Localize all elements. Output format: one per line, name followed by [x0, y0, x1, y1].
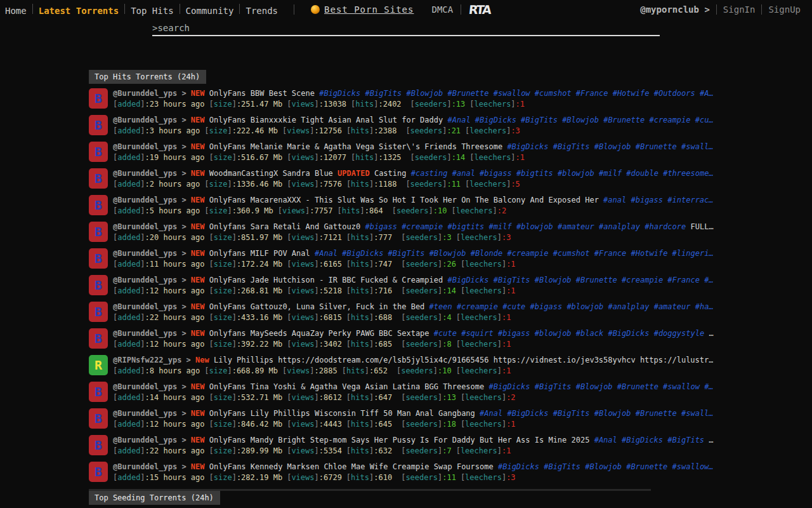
user-avatar[interactable]: B — [89, 248, 108, 269]
tag-link[interactable]: #cu… — [695, 116, 714, 124]
user-avatar[interactable]: B — [89, 168, 108, 189]
uploader-name[interactable]: @Burunddel_yps — [113, 462, 177, 471]
tag-link[interactable]: #anal — [603, 196, 626, 204]
tag-link[interactable]: #swallow… — [672, 462, 714, 471]
tag-link[interactable]: #bigass — [530, 302, 563, 311]
tag-link[interactable]: #… — [704, 276, 713, 284]
tag-link[interactable]: #Hotwife — [613, 89, 650, 98]
tag-link[interactable]: #Brunette — [617, 382, 658, 391]
tag-link[interactable]: #amateur — [558, 222, 594, 231]
tag-link[interactable]: #BigDicks — [608, 329, 649, 338]
tag-link[interactable]: #BigDicks — [489, 382, 530, 391]
tag-link[interactable]: #BigTits — [535, 382, 572, 391]
torrent-title[interactable]: Onlyfans MILF POV Anal — [209, 249, 310, 258]
tag-link[interactable]: #BigDicks — [622, 436, 663, 444]
tag-link[interactable]: #analplay — [608, 302, 649, 311]
tag-link[interactable]: #swall… — [681, 142, 714, 151]
tag-link[interactable]: #BigDicks — [507, 409, 548, 418]
tag-link[interactable]: #creampie — [507, 249, 548, 258]
tag-link[interactable]: #BigDicks — [447, 276, 488, 284]
tag-link[interactable]: #creampie — [649, 116, 690, 124]
tag-link[interactable]: #doggystyle — [654, 329, 704, 338]
tag-link[interactable]: #BigDicks — [498, 462, 539, 471]
tag-link[interactable]: #Brunette — [576, 276, 617, 284]
torrent-title[interactable]: OnlyFans Lily Phillips Wisconsin Tiff 50… — [209, 409, 475, 418]
tag-link[interactable]: #creampie — [402, 222, 443, 231]
tag-link[interactable]: #A… — [700, 89, 714, 98]
tag-link[interactable]: #BigTits — [553, 409, 590, 418]
torrent-title[interactable]: OnlyFans Kennedy Marksen Chloe Mae Wife … — [209, 462, 494, 471]
dmca-link[interactable]: DMCA — [431, 4, 453, 15]
torrent-title[interactable]: OnlyFans Bianxxxkie Tight Asian Anal Slu… — [209, 116, 443, 124]
tag-link[interactable]: #France — [594, 249, 627, 258]
tag-link[interactable]: #BigTits — [544, 462, 580, 471]
nav-item-top-hits[interactable]: Top Hits — [125, 6, 179, 16]
tag-link[interactable]: #interrac… — [667, 196, 713, 204]
tag-link[interactable]: #cumshot — [535, 89, 572, 98]
uploader-name[interactable]: @Burunddel_yps — [113, 249, 177, 258]
tag-link[interactable]: #teen — [429, 302, 452, 311]
tag-link[interactable]: #BigDicks — [475, 116, 516, 124]
tag-link[interactable]: #ha… — [695, 302, 714, 311]
tag-link[interactable]: #Brunette — [636, 409, 677, 418]
tag-link[interactable]: #threesome… — [663, 169, 713, 178]
torrent-title[interactable]: OnlyFans Jade Hutchison - IR BBC Fucked … — [209, 276, 443, 284]
tag-link[interactable]: #Hotwife — [631, 249, 668, 258]
tag-link[interactable]: #casting — [411, 169, 448, 178]
signup-link[interactable]: SignUp — [762, 4, 807, 15]
tag-link[interactable]: #Blowjob — [406, 89, 443, 98]
tag-link[interactable]: #Blowjob — [562, 116, 599, 124]
user-avatar[interactable]: B — [89, 302, 108, 322]
user-avatar[interactable]: B — [89, 408, 108, 429]
tag-link[interactable]: #blowjob — [558, 169, 594, 178]
user-avatar[interactable]: B — [89, 195, 108, 215]
tag-link[interactable]: #Anal — [594, 436, 617, 444]
uploader-name[interactable]: @Burunddel_yps — [113, 276, 177, 284]
uploader-name[interactable]: @Burunddel_yps — [113, 89, 177, 98]
nav-item-latest-torrents[interactable]: Latest Torrents — [33, 6, 124, 16]
user-avatar[interactable]: B — [89, 382, 108, 402]
user-avatar[interactable]: B — [89, 142, 108, 162]
tag-link[interactable]: #Blowjob — [594, 409, 631, 418]
tag-link[interactable]: #swallow — [663, 382, 700, 391]
tag-link[interactable]: #lingeri… — [672, 249, 714, 258]
torrent-title[interactable]: OnlyFans Tina Yoshi & Agatha Vega Asian … — [209, 382, 484, 391]
torrent-title[interactable]: WoodmanCastingX Sandra Blue — [209, 169, 333, 178]
tag-link[interactable]: #milf — [599, 169, 622, 178]
tag-link[interactable]: #BigTits — [553, 142, 590, 151]
tag-link[interactable]: #BigTits — [667, 436, 704, 444]
user-avatar[interactable]: R — [89, 355, 108, 375]
user-avatar[interactable]: B — [89, 222, 108, 242]
tag-link[interactable]: #cute — [502, 302, 525, 311]
tag-link[interactable]: #blowjob — [516, 222, 553, 231]
rta-logo[interactable]: RTA — [468, 3, 491, 17]
tag-link[interactable]: #BigDicks — [342, 249, 383, 258]
tag-link[interactable]: #bigass — [498, 329, 530, 338]
tag-link[interactable]: #Anal — [315, 249, 337, 258]
torrent-title[interactable]: Onlyfans Sara Retali And Gattouz0 — [209, 222, 360, 231]
tag-link[interactable]: #bigass — [631, 196, 663, 204]
torrent-title[interactable]: Lily Phillips https://doodstream.com/e/l… — [214, 356, 713, 364]
uploader-name[interactable]: @Burunddel_yps — [113, 169, 177, 178]
nav-item-home[interactable]: Home — [5, 6, 32, 16]
user-avatar[interactable]: B — [89, 115, 108, 135]
tag-link[interactable]: #Brunette — [636, 142, 677, 151]
tag-link[interactable]: #Blowjob — [594, 142, 631, 151]
tag-link[interactable]: #BigDicks — [319, 89, 360, 98]
tag-link[interactable]: #amateur — [654, 302, 691, 311]
user-avatar[interactable]: B — [89, 275, 108, 295]
tag-link[interactable]: #creampie — [457, 302, 498, 311]
user-avatar[interactable]: B — [89, 88, 108, 109]
user-avatar[interactable]: B — [89, 328, 108, 349]
uploader-name[interactable]: @Burunddel_yps — [113, 436, 177, 444]
tag-link[interactable]: #blowjob — [535, 329, 572, 338]
torrent-title[interactable]: OnlyFans Melanie Marie & Agatha Vega Sis… — [209, 142, 502, 151]
nav-item-trends[interactable]: Trends — [240, 6, 284, 16]
tag-link[interactable]: #… — [704, 382, 713, 391]
torrent-title[interactable]: OnlyFans Mandy Bright Step-mom Says Her … — [209, 436, 590, 444]
tag-link[interactable]: #bigass — [365, 222, 397, 231]
tag-link[interactable]: #France — [576, 89, 608, 98]
tag-link[interactable]: #creampie — [622, 276, 663, 284]
nav-item-community[interactable]: Community — [180, 6, 240, 16]
tag-link[interactable]: #milf — [489, 222, 512, 231]
